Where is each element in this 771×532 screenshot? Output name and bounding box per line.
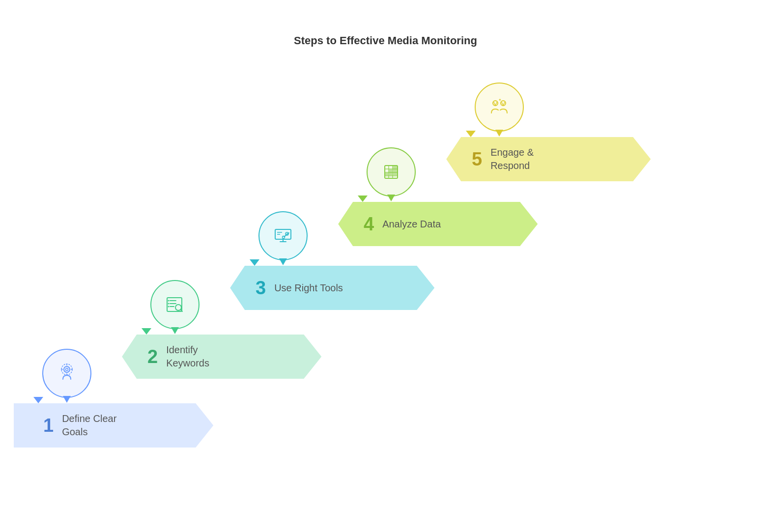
step-2-banner: 2 IdentifyKeywords [122, 335, 304, 379]
diagram-container: 1 Define ClearGoals [0, 69, 771, 532]
step-1-num: 1 [43, 415, 53, 436]
step-1-label: Define ClearGoals [62, 412, 116, 439]
step-3-banner: 3 Use Right Tools [230, 266, 417, 310]
step-4-num: 4 [364, 214, 373, 235]
svg-point-6 [61, 364, 72, 375]
svg-point-10 [168, 300, 170, 302]
svg-point-19 [283, 236, 285, 239]
svg-point-11 [168, 303, 170, 305]
people-icon: ✦ [486, 94, 512, 120]
step-5-banner: 5 Engage &Respond [446, 137, 633, 181]
page-title: Steps to Effective Media Monitoring [0, 34, 771, 47]
svg-point-1 [66, 368, 68, 371]
step-2-pin [150, 280, 200, 329]
step-5-label: Engage &Respond [490, 146, 534, 172]
step-4-banner: 4 Analyze Data [338, 202, 520, 246]
svg-point-23 [286, 233, 287, 234]
step-5: ✦ 5 Engage &Respond [446, 83, 633, 181]
list-search-icon [162, 292, 188, 317]
step-4-pin [367, 147, 416, 196]
tools-icon [270, 223, 296, 249]
svg-point-0 [64, 366, 70, 372]
target-icon [54, 361, 80, 386]
svg-text:✦: ✦ [498, 98, 502, 102]
step-3-label: Use Right Tools [274, 281, 343, 295]
step-1-pin [42, 349, 91, 398]
step-5-pin: ✦ [475, 83, 524, 132]
svg-rect-32 [393, 166, 397, 175]
chart-icon [378, 159, 404, 185]
step-2-label: IdentifyKeywords [166, 343, 209, 370]
svg-point-12 [168, 306, 170, 308]
step-3-pin [258, 211, 308, 260]
svg-rect-31 [389, 169, 392, 175]
step-3-num: 3 [256, 278, 265, 299]
step-1-banner: 1 Define ClearGoals [14, 403, 196, 448]
step-4-label: Analyze Data [382, 218, 441, 231]
step-2-num: 2 [147, 346, 157, 367]
svg-rect-30 [385, 173, 388, 175]
step-5-num: 5 [472, 149, 482, 170]
